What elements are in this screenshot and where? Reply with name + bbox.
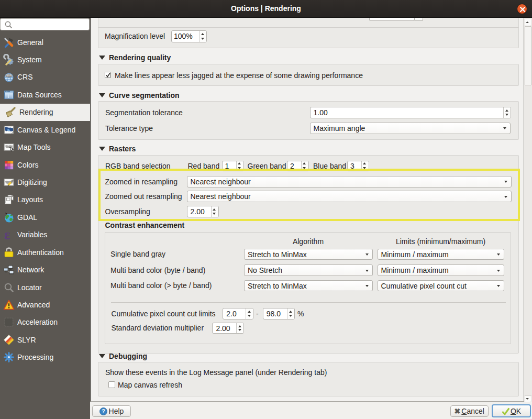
svg-text:?: ? [102, 408, 105, 414]
